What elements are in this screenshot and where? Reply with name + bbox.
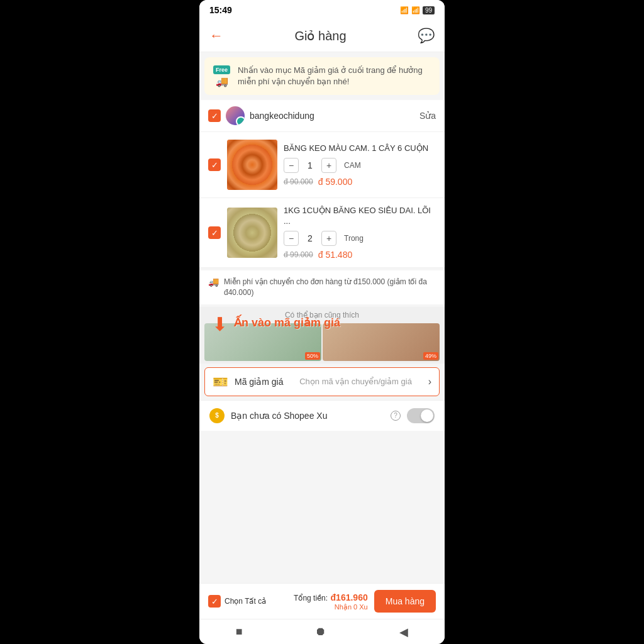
total-xu: Nhận 0 Xu [272,603,368,611]
product-1-details: BĂNG KEO MÀU CAM. 1 CÂY 6 CUỘN − 1 + CAM… [284,143,436,187]
select-all-checkbox[interactable]: ✓ [208,595,221,608]
quantity-row-2: − 2 + Trong [284,231,436,246]
shop-info: ✓ bangkeochidung [208,106,314,125]
qty-decrease-1[interactable]: − [284,158,299,173]
status-time: 15:49 [209,5,232,15]
variant-tag-1: CAM [344,161,361,170]
shop-header: ✓ bangkeochidung Sửa [199,100,445,132]
discount-badge-1: 50% [305,352,320,360]
phone-frame: 15:49 📶 📶 99 ← Giỏ hàng 💬 Free 🚚 Nhấn và… [199,0,445,644]
old-price-2: đ 99.000 [284,250,313,259]
new-price-2: đ 51.480 [318,250,353,260]
product-item-2: ✓ 1KG 1CUỘN BĂNG KEO SIÊU DAI. LÕI ... −… [199,198,445,268]
banner-text: Nhấn vào mục Mã giảm giá ở cuối trang để… [238,65,431,87]
bottom-bar: ✓ Chọn Tất cả Tổng tiền: đ161.960 Nhận 0… [199,583,445,619]
free-shipping-banner: Free 🚚 Nhấn vào mục Mã giảm giá ở cuối t… [204,57,440,95]
shop-checkbox[interactable]: ✓ [208,109,221,122]
overlay-text: Ấn vào mã giảm giá [234,316,340,330]
shop-avatar [226,106,245,125]
signal-icon: 📶 [400,6,409,14]
shopee-xu-section: $ Bạn chưa có Shopee Xu ? [199,400,445,431]
overlay-arrow-icon: ⬇ [212,313,228,335]
nav-back-icon[interactable]: ◀ [399,625,408,639]
coupon-icon: 🎫 [213,374,228,389]
buy-button[interactable]: Mua hàng [374,590,436,613]
coupon-arrow-icon: › [428,376,431,387]
coupon-placeholder: Chọn mã vận chuyển/giảm giá [289,377,421,386]
qty-increase-2[interactable]: + [321,231,336,246]
status-bar: 15:49 📶 📶 99 [199,0,445,20]
truck-icon: 🚚 [216,75,228,87]
product-2-name: 1KG 1CUỘN BĂNG KEO SIÊU DAI. LÕI ... [284,206,436,227]
product-1-checkbox[interactable]: ✓ [208,158,221,171]
old-price-1: đ 90.000 [284,177,313,186]
product-2-checkbox[interactable]: ✓ [208,226,221,239]
header: ← Giỏ hàng 💬 [199,20,445,52]
total-amount: đ161.960 [331,592,368,602]
product-item-1: ✓ BĂNG KEO MÀU CAM. 1 CÂY 6 CUỘN − 1 + C… [199,132,445,198]
variant-tag-2: Trong [344,234,364,243]
shipping-truck-icon: 🚚 [208,277,219,287]
total-label: Tổng tiền: [294,594,328,602]
nav-bar: ■ ⏺ ◀ [199,619,445,644]
quantity-row-1: − 1 + CAM [284,158,436,173]
xu-coin-icon: $ [209,408,225,423]
qty-increase-1[interactable]: + [321,158,336,173]
shipping-note-text: Miễn phí vận chuyển cho đơn hàng từ đ150… [224,277,436,298]
wifi-icon: 📶 [411,6,420,14]
product-2-image [227,208,277,258]
shop-name: bangkeochidung [250,111,314,121]
edit-button[interactable]: Sửa [419,111,436,121]
nav-square-icon[interactable]: ■ [236,625,243,638]
select-all-label: Chọn Tất cả [225,597,266,606]
new-price-1: đ 59.000 [318,177,353,187]
select-all-section: ✓ Chọn Tất cả [208,595,266,608]
free-badge: Free [213,65,230,74]
recommend-section: Có thể bạn cũng thích 50% 49% ⬇ Ấn vào m… [199,307,445,364]
qty-value-1: 1 [304,160,316,170]
coupon-label: Mã giảm giá [235,377,283,387]
xu-text: Bạn chưa có Shopee Xu [231,411,384,421]
back-button[interactable]: ← [209,28,223,44]
product-1-image [227,140,277,190]
xu-toggle[interactable] [407,408,435,423]
discount-badge-2: 49% [423,352,438,360]
price-row-1: đ 90.000 đ 59.000 [284,177,436,187]
xu-help-icon[interactable]: ? [391,411,401,421]
product-1-name: BĂNG KEO MÀU CAM. 1 CÂY 6 CUỘN [284,143,436,154]
qty-decrease-2[interactable]: − [284,231,299,246]
product-2-details: 1KG 1CUỘN BĂNG KEO SIÊU DAI. LÕI ... − 2… [284,206,436,260]
chat-icon[interactable]: 💬 [418,28,435,44]
battery-icon: 99 [423,6,435,14]
page-title: Giỏ hàng [294,28,346,43]
price-row-2: đ 99.000 đ 51.480 [284,250,436,260]
coupon-section[interactable]: 🎫 Mã giảm giá Chọn mã vận chuyển/giảm gi… [204,367,440,396]
qty-value-2: 2 [304,233,316,243]
total-label-row: Tổng tiền: đ161.960 [272,592,368,603]
total-section: Tổng tiền: đ161.960 Nhận 0 Xu [272,592,368,611]
status-icons: 📶 📶 99 [400,6,435,14]
shipping-note: 🚚 Miễn phí vận chuyển cho đơn hàng từ đ1… [199,268,445,304]
shop-section: ✓ bangkeochidung Sửa ✓ BĂNG KEO MÀU CAM.… [199,100,445,304]
nav-home-icon[interactable]: ⏺ [315,625,326,638]
